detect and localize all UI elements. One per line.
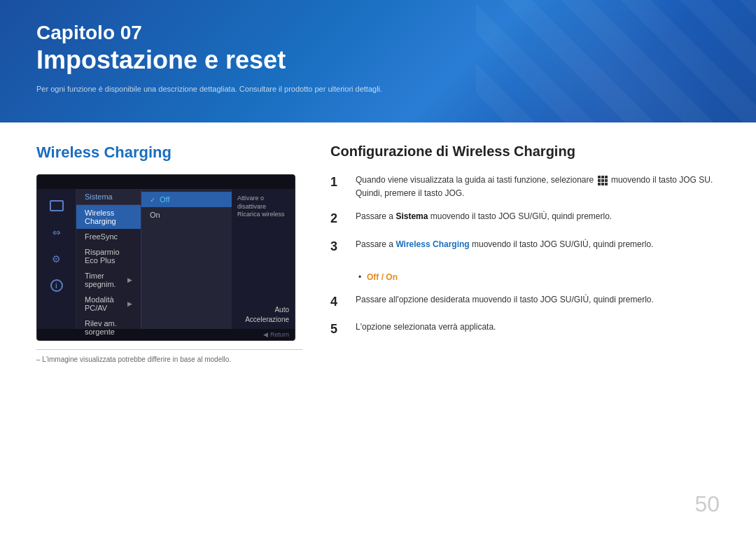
step-5-number: 5 — [330, 321, 344, 338]
monitor-icon-gear: ⚙ — [48, 251, 65, 267]
right-panel-label: Attivare o disattivare Ricarica wireless — [237, 195, 289, 219]
left-column: Wireless Charging ⇔ ⚙ i — [36, 143, 302, 363]
monitor-icon-info: i — [48, 277, 65, 294]
step-3-text: Passare a Wireless Charging muovendo il … — [356, 238, 653, 251]
menu-item-freesync-label: FreeSync — [85, 232, 118, 241]
step-1: 1 Quando viene visualizzata la guida ai … — [330, 174, 720, 200]
step-5-text: L'opzione selezionata verrà applicata. — [356, 321, 496, 334]
menu-item-wireless-label: Wireless Charging — [85, 209, 132, 225]
menu-item-risparmio: Risparmio Eco Plus — [76, 244, 141, 268]
monitor-menu: Sistema Wireless Charging FreeSync Rispa… — [76, 189, 141, 329]
config-title: Configurazione di Wireless Charging — [330, 143, 720, 160]
image-note: – L'immagine visualizzata potrebbe diffe… — [36, 349, 302, 363]
section-title: Wireless Charging — [36, 143, 302, 162]
grid-icon — [598, 176, 608, 185]
bullet-list: Off / On — [356, 271, 398, 283]
arrow-icon-2: ▶ — [127, 300, 132, 307]
menu-item-rilev-label: Rilev am. sorgente — [85, 319, 132, 336]
right-panel-bottom: Auto Accelerazione — [237, 306, 289, 323]
monitor-top-bar — [37, 175, 295, 189]
submenu-on-label: On — [150, 211, 160, 219]
step-5: 5 L'opzione selezionata verrà applicata. — [330, 321, 720, 338]
main-content: Wireless Charging ⇔ ⚙ i — [0, 122, 756, 384]
step-1-text: Quando viene visualizzata la guida ai ta… — [356, 174, 720, 200]
menu-item-timer-label: Timer spegnim. — [85, 272, 127, 288]
header-subtitle: Per ogni funzione è disponibile una desc… — [36, 85, 720, 93]
display-icon — [50, 200, 64, 211]
steps-list: 1 Quando viene visualizzata la guida ai … — [330, 174, 720, 338]
step-2-number: 2 — [330, 210, 344, 227]
menu-item-modalita: Modalità PC/AV ▶ — [76, 292, 141, 316]
monitor-right-panel: Attivare o disattivare Ricarica wireless… — [232, 189, 295, 329]
off-on-options: Off / On — [367, 272, 398, 282]
submenu-item-on: On — [141, 207, 232, 223]
menu-item-tempo: Tempo ripet tasto — [76, 339, 141, 341]
gear-icon: ⚙ — [52, 253, 61, 265]
monitor-mockup: ⇔ ⚙ i Sistema Wireless Charging — [36, 174, 295, 341]
submenu-off-label: Off — [160, 195, 169, 204]
step-4-text: Passare all'opzione desiderata muovendo … — [356, 293, 654, 307]
right-value-auto: Auto — [274, 306, 289, 314]
page-number: 50 — [694, 491, 720, 517]
monitor-icon-display — [48, 197, 65, 214]
chapter-title: Impostazione e reset — [36, 45, 720, 75]
header-banner: Capitolo 07 Impostazione e reset Per ogn… — [0, 0, 756, 122]
info-icon: i — [50, 279, 63, 292]
step-2-text: Passare a Sistema muovendo il tasto JOG … — [356, 210, 612, 223]
step-3-number: 3 — [330, 238, 344, 255]
menu-item-timer: Timer spegnim. ▶ — [76, 268, 141, 292]
right-value-accel: Accelerazione — [245, 316, 289, 323]
menu-item-rilev: Rilev am. sorgente — [76, 316, 141, 339]
submenu-item-off: ✓ Off — [141, 192, 232, 207]
return-label: ◀ Return — [263, 331, 289, 338]
menu-item-freesync: FreeSync — [76, 229, 141, 244]
menu-item-wireless: Wireless Charging — [76, 205, 141, 229]
step-1-number: 1 — [330, 174, 344, 191]
arrows-icon: ⇔ — [52, 227, 61, 238]
step-3: 3 Passare a Wireless Charging muovendo i… — [330, 238, 720, 255]
check-icon: ✓ — [150, 196, 155, 204]
menu-item-modalita-label: Modalità PC/AV — [85, 295, 127, 312]
arrow-icon: ▶ — [127, 276, 132, 283]
step-4: 4 Passare all'opzione desiderata muovend… — [330, 293, 720, 311]
right-column: Configurazione di Wireless Charging 1 Qu… — [330, 143, 720, 363]
chapter-label: Capitolo 07 — [36, 21, 720, 45]
menu-header: Sistema — [76, 189, 141, 205]
menu-item-risparmio-label: Risparmio Eco Plus — [85, 248, 132, 265]
monitor-icon-arrows: ⇔ — [48, 224, 65, 241]
monitor-sidebar-icons: ⇔ ⚙ i — [37, 189, 76, 329]
monitor-body: ⇔ ⚙ i Sistema Wireless Charging — [37, 189, 295, 329]
step-3-bullet: 3 Off / On — [330, 265, 720, 283]
bullet-off-on: Off / On — [356, 271, 398, 283]
monitor-submenu: ✓ Off On — [141, 189, 232, 329]
step-2: 2 Passare a Sistema muovendo il tasto JO… — [330, 210, 720, 227]
step-4-number: 4 — [330, 293, 344, 311]
